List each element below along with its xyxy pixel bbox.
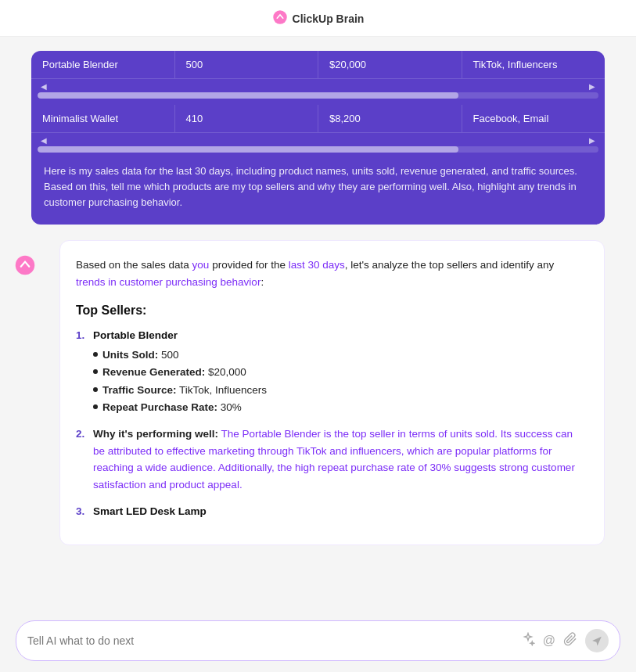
bullet-item: Revenue Generated: $20,000 (93, 364, 267, 381)
scrollbar-track-1[interactable] (38, 92, 598, 99)
product-name-3: Smart LED Desk Lamp (93, 505, 207, 517)
bullet-dot (93, 369, 98, 374)
send-button[interactable] (585, 629, 609, 652)
ai-avatar (14, 254, 36, 276)
bullet-key: Revenue Generated: (102, 366, 205, 378)
bullet-dot (93, 404, 98, 409)
bullet-dot (93, 387, 98, 392)
top-sellers-heading: Top Sellers: (76, 304, 585, 318)
table-row: Portable Blender 500 $20,000 TikTok, Inf… (31, 51, 605, 79)
list-item: 3. Smart LED Desk Lamp (76, 503, 585, 520)
product-cell-2: Minimalist Wallet (31, 105, 175, 132)
scrollbar-track-2[interactable] (38, 146, 598, 153)
list-number: 1. (76, 327, 88, 417)
input-icons: @ (521, 629, 609, 652)
input-bar: @ (16, 620, 620, 661)
bullet-key: Repeat Purchase Rate: (102, 401, 217, 413)
bullet-item: Units Sold: 500 (93, 347, 267, 364)
traffic-cell-2: Facebook, Email (462, 105, 605, 132)
scroll-right-arrow-2[interactable]: ▶ (589, 136, 595, 145)
response-intro: Based on the sales data you provided for… (76, 257, 585, 290)
performing-label: Why it's performing well: (93, 428, 218, 440)
response-card: Based on the sales data you provided for… (59, 240, 605, 545)
bullet-value: $20,000 (205, 366, 246, 378)
input-bar-wrapper: @ (0, 613, 636, 672)
clickup-brain-icon (272, 9, 288, 28)
top-sellers-list: 1. Portable Blender Units Sold: 500 Reve… (76, 327, 585, 520)
tiktok-highlight: TikTok (296, 445, 327, 457)
scrollbar-row-1: ◀ ▶ (31, 79, 605, 102)
app-title: ClickUp Brain (293, 13, 365, 25)
bullet-item: Traffic Source: TikTok, Influencers (93, 382, 267, 399)
traffic-cell-1: TikTok, Influencers (462, 51, 605, 78)
list-item: 2. Why it's performing well: The Portabl… (76, 426, 585, 493)
bullet-item: Repeat Purchase Rate: 30% (93, 399, 267, 416)
bullet-value: 30% (217, 401, 242, 413)
app-header: ClickUp Brain (0, 0, 636, 37)
revenue-cell-1: $20,000 (318, 51, 462, 78)
sales-data-card: Portable Blender 500 $20,000 TikTok, Inf… (31, 51, 605, 225)
units-cell-1: 500 (175, 51, 319, 78)
bullet-key: Traffic Source: (102, 384, 177, 396)
svg-point-1 (16, 256, 35, 275)
scroll-left-arrow-1[interactable]: ◀ (41, 82, 47, 91)
ai-response-section: Based on the sales data you provided for… (44, 240, 620, 545)
scrollbar-row-2: ◀ ▶ (31, 133, 605, 156)
query-text: Here is my sales data for the last 30 da… (44, 164, 592, 210)
scroll-right-arrow-1[interactable]: ▶ (589, 82, 595, 91)
scrollbar-thumb-1 (38, 92, 458, 99)
bullet-value: TikTok, Influencers (177, 384, 268, 396)
performing-desc: Why it's performing well: The Portable B… (93, 426, 585, 493)
settings-icon[interactable] (521, 632, 535, 649)
svg-point-0 (273, 10, 287, 24)
units-cell-2: 410 (175, 105, 319, 132)
bullet-key: Units Sold: (102, 349, 158, 361)
scrollbar-thumb-2 (38, 146, 458, 153)
scroll-left-arrow-2[interactable]: ◀ (41, 136, 47, 145)
attach-icon[interactable] (563, 632, 577, 649)
product-cell-1: Portable Blender (31, 51, 175, 78)
ai-input[interactable] (27, 634, 515, 647)
list-number: 2. (76, 426, 88, 493)
bullet-dot (93, 352, 98, 357)
bullet-list-1: Units Sold: 500 Revenue Generated: $20,0… (93, 343, 267, 416)
product-name-1: Portable Blender (93, 329, 178, 341)
at-icon[interactable]: @ (543, 634, 555, 648)
list-number: 3. (76, 503, 88, 520)
table-row: Minimalist Wallet 410 $8,200 Facebook, E… (31, 105, 605, 133)
revenue-cell-2: $8,200 (318, 105, 462, 132)
list-item: 1. Portable Blender Units Sold: 500 Reve… (76, 327, 585, 417)
bullet-value: 500 (158, 349, 178, 361)
